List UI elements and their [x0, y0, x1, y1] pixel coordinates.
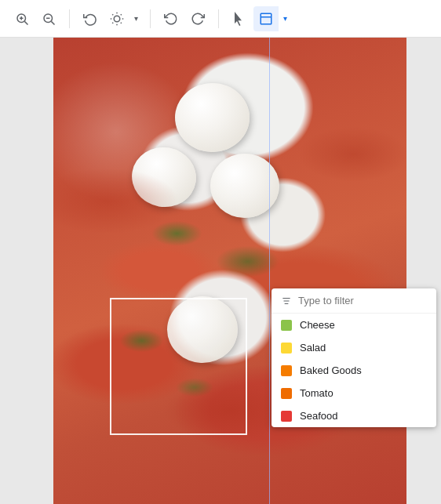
- category-label-salad: Salad: [300, 342, 326, 354]
- category-label-seafood: Seafood: [300, 410, 337, 422]
- svg-line-10: [112, 14, 113, 15]
- category-item-baked-goods[interactable]: Baked Goods: [272, 359, 436, 382]
- category-item-seafood[interactable]: Seafood: [272, 404, 436, 427]
- separator-2: [150, 9, 151, 28]
- history-controls: [159, 6, 210, 31]
- svg-line-15: [121, 14, 122, 15]
- separator-1: [69, 9, 70, 28]
- color-swatch-salad: [281, 343, 292, 354]
- crop-control: ▾: [253, 6, 291, 31]
- brightness-dropdown-button[interactable]: ▾: [129, 6, 142, 31]
- category-label-cheese: Cheese: [300, 319, 335, 331]
- redo-button[interactable]: [185, 6, 210, 31]
- brightness-button[interactable]: [104, 6, 129, 31]
- cursor-button[interactable]: [227, 6, 252, 31]
- food-image: [53, 38, 406, 504]
- svg-line-11: [121, 22, 122, 23]
- rotate-button[interactable]: [78, 6, 103, 31]
- filter-icon: [281, 296, 292, 306]
- category-label-tomato: Tomato: [300, 387, 333, 399]
- category-item-salad[interactable]: Salad: [272, 336, 436, 359]
- zoom-in-button[interactable]: [9, 6, 35, 31]
- category-item-tomato[interactable]: Tomato: [272, 382, 436, 404]
- category-list: CheeseSaladBaked GoodsTomatoSeafood: [272, 314, 436, 427]
- svg-line-1: [24, 21, 27, 24]
- color-swatch-seafood: [281, 411, 292, 422]
- color-swatch-baked-goods: [281, 365, 292, 376]
- category-label-baked-goods: Baked Goods: [300, 364, 362, 376]
- undo-button[interactable]: [159, 6, 184, 31]
- svg-point-7: [114, 16, 120, 22]
- color-swatch-tomato: [281, 388, 292, 399]
- svg-line-14: [112, 22, 113, 23]
- zoom-controls: [9, 6, 61, 31]
- canvas-area: CheeseSaladBaked GoodsTomatoSeafood: [0, 38, 441, 504]
- category-item-cheese[interactable]: Cheese: [272, 314, 436, 336]
- crop-dropdown-button[interactable]: ▾: [279, 6, 291, 31]
- svg-line-5: [51, 21, 54, 24]
- tomato-overlay: [53, 38, 406, 504]
- color-swatch-cheese: [281, 320, 292, 331]
- svg-rect-16: [261, 13, 272, 24]
- zoom-out-button[interactable]: [36, 6, 61, 31]
- category-dropdown: CheeseSaladBaked GoodsTomatoSeafood: [272, 288, 436, 427]
- transform-controls: ▾: [78, 6, 142, 31]
- filter-input[interactable]: [298, 295, 430, 306]
- brightness-control: ▾: [104, 6, 142, 31]
- tool-controls: ▾: [227, 6, 291, 31]
- toolbar: ▾: [0, 0, 441, 38]
- filter-row: [272, 288, 436, 314]
- crop-button[interactable]: [253, 6, 279, 31]
- separator-3: [218, 9, 219, 28]
